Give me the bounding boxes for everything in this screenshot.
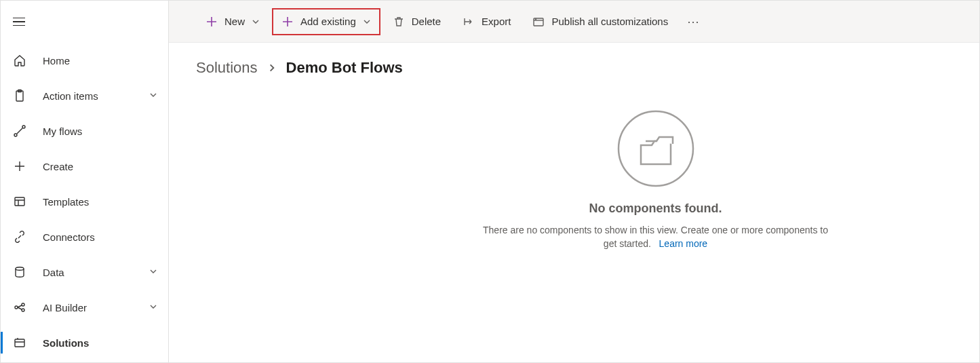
breadcrumb-current: Demo Bot Flows	[286, 59, 403, 77]
plus-icon	[13, 159, 26, 173]
ai-icon	[13, 301, 26, 314]
publish-icon	[532, 16, 545, 28]
button-label: Publish all customizations	[551, 16, 668, 27]
database-icon	[13, 265, 26, 279]
home-icon	[13, 54, 26, 67]
sidebar-item-home[interactable]: Home	[1, 43, 168, 78]
sidebar-item-label: AI Builder	[43, 302, 149, 313]
button-label: Add existing	[300, 16, 356, 27]
chevron-down-icon	[149, 303, 159, 312]
sidebar-item-label: Data	[43, 267, 149, 278]
empty-state: No components found. There are no compon…	[332, 81, 979, 362]
more-button[interactable]: ⋯	[680, 14, 707, 29]
plus-icon	[205, 16, 218, 28]
svg-rect-4	[15, 197, 24, 206]
main: New Add existing Delete	[169, 1, 979, 362]
sidebar-item-label: Templates	[43, 196, 159, 208]
chevron-right-icon	[267, 63, 277, 73]
clipboard-icon	[13, 89, 26, 102]
more-icon: ⋯	[687, 15, 701, 28]
sidebar-item-templates[interactable]: Templates	[1, 184, 168, 219]
sidebar-item-ai-builder[interactable]: AI Builder	[1, 290, 168, 325]
chevron-down-icon	[149, 91, 159, 100]
svg-point-2	[14, 134, 17, 136]
svg-point-7	[22, 303, 24, 306]
add-existing-button[interactable]: Add existing	[272, 8, 380, 35]
hamburger-icon[interactable]	[13, 15, 26, 28]
sidebar: Home Action items My flows	[1, 1, 169, 362]
button-label: New	[224, 16, 245, 27]
empty-folder-icon	[615, 108, 697, 189]
button-label: Export	[482, 16, 511, 27]
svg-rect-9	[15, 339, 24, 347]
solutions-icon	[13, 336, 26, 349]
publish-button[interactable]: Publish all customizations	[523, 8, 678, 35]
svg-point-3	[22, 126, 25, 128]
button-label: Delete	[412, 16, 441, 27]
sidebar-item-label: Home	[43, 55, 159, 66]
chevron-down-icon	[363, 18, 371, 26]
empty-title: No components found.	[589, 202, 722, 216]
plus-icon	[281, 16, 294, 28]
flow-icon	[13, 124, 26, 138]
nav: Home Action items My flows	[1, 43, 168, 360]
svg-rect-0	[16, 91, 23, 101]
svg-point-5	[16, 267, 24, 270]
export-icon	[463, 16, 475, 28]
sidebar-item-solutions[interactable]: Solutions	[1, 325, 168, 360]
sidebar-item-action-items[interactable]: Action items	[1, 78, 168, 113]
sidebar-item-label: Create	[43, 161, 159, 172]
toolbar: New Add existing Delete	[169, 1, 979, 43]
trash-icon	[393, 16, 405, 28]
sidebar-item-my-flows[interactable]: My flows	[1, 113, 168, 149]
breadcrumb-root[interactable]: Solutions	[196, 59, 258, 77]
delete-button[interactable]: Delete	[383, 8, 450, 35]
connector-icon	[13, 230, 26, 244]
chevron-down-icon	[149, 267, 159, 277]
empty-text: There are no components to show in this …	[479, 224, 832, 250]
breadcrumb: Solutions Demo Bot Flows	[169, 43, 979, 81]
sidebar-item-label: Solutions	[43, 337, 159, 349]
learn-more-link[interactable]: Learn more	[659, 238, 708, 249]
sidebar-item-label: Connectors	[43, 231, 159, 243]
new-button[interactable]: New	[196, 8, 269, 35]
svg-point-11	[536, 19, 536, 20]
sidebar-item-create[interactable]: Create	[1, 149, 168, 184]
sidebar-item-label: Action items	[43, 90, 149, 102]
svg-point-6	[15, 306, 18, 309]
template-icon	[13, 195, 26, 208]
export-button[interactable]: Export	[453, 8, 520, 35]
sidebar-item-data[interactable]: Data	[1, 254, 168, 290]
chevron-down-icon	[252, 18, 260, 26]
svg-point-8	[22, 309, 24, 311]
sidebar-item-connectors[interactable]: Connectors	[1, 219, 168, 254]
sidebar-item-label: My flows	[43, 126, 159, 137]
